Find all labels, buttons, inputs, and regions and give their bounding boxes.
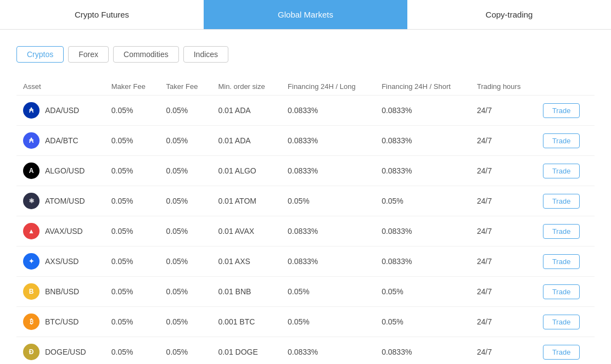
trading-hours-cell: 24/7: [470, 307, 536, 337]
trading-hours-cell: 24/7: [470, 96, 536, 126]
col-header-min-order: Min. order size: [211, 78, 281, 96]
taker-fee-cell: 0.05%: [160, 277, 212, 307]
maker-fee-cell: 0.05%: [105, 247, 160, 277]
trade-button[interactable]: Trade: [543, 315, 580, 329]
min-order-cell: 0.01 BNB: [211, 277, 281, 307]
col-header-action: [536, 78, 595, 96]
financing-long-cell: 0.05%: [281, 186, 375, 216]
financing-long-cell: 0.0833%: [281, 216, 375, 247]
asset-name: ADA/USD: [45, 106, 79, 115]
trading-hours-cell: 24/7: [470, 247, 536, 277]
maker-fee-cell: 0.05%: [105, 307, 160, 337]
asset-cell: ₳ ADA/USD: [16, 96, 105, 126]
taker-fee-cell: 0.05%: [160, 247, 212, 277]
min-order-cell: 0.01 ADA: [211, 96, 281, 126]
table-row: ⚛ ATOM/USD 0.05%0.05%0.01 ATOM0.05%0.05%…: [16, 186, 595, 216]
trading-hours-cell: 24/7: [470, 156, 536, 186]
col-header-asset: Asset: [16, 78, 105, 96]
asset-name: ADA/BTC: [45, 136, 79, 145]
min-order-cell: 0.001 BTC: [211, 307, 281, 337]
asset-icon: ₿: [23, 313, 40, 330]
asset-icon: B: [23, 283, 40, 300]
financing-short-cell: 0.0833%: [375, 156, 470, 186]
asset-name: ATOM/USD: [45, 197, 85, 205]
trade-button[interactable]: Trade: [543, 224, 580, 239]
financing-long-cell: 0.0833%: [281, 126, 375, 156]
action-cell: Trade: [536, 156, 595, 186]
min-order-cell: 0.01 ATOM: [211, 186, 281, 216]
trading-hours-cell: 24/7: [470, 277, 536, 307]
asset-icon: ₳: [23, 132, 40, 149]
min-order-cell: 0.01 ALGO: [211, 156, 281, 186]
asset-icon: ₳: [23, 102, 40, 119]
asset-name: ALGO/USD: [45, 166, 85, 175]
financing-long-cell: 0.0833%: [281, 247, 375, 277]
table-row: A ALGO/USD 0.05%0.05%0.01 ALGO0.0833%0.0…: [16, 156, 595, 186]
asset-cell: A ALGO/USD: [16, 156, 105, 186]
min-order-cell: 0.01 AXS: [211, 247, 281, 277]
nav-tab-crypto-futures[interactable]: Crypto Futures: [0, 0, 204, 29]
table-row: ▲ AVAX/USD 0.05%0.05%0.01 AVAX0.0833%0.0…: [16, 216, 595, 247]
trading-hours-cell: 24/7: [470, 337, 536, 365]
filter-tab-cryptos[interactable]: Cryptos: [16, 46, 64, 63]
nav-tab-global-markets[interactable]: Global Markets: [204, 0, 407, 29]
col-header-taker-fee: Taker Fee: [160, 78, 212, 96]
asset-cell: ⚛ ATOM/USD: [16, 186, 105, 216]
maker-fee-cell: 0.05%: [105, 96, 160, 126]
filter-tab-indices[interactable]: Indices: [183, 46, 228, 63]
filter-tab-forex[interactable]: Forex: [68, 46, 109, 63]
action-cell: Trade: [536, 337, 595, 365]
trade-button[interactable]: Trade: [543, 284, 580, 299]
maker-fee-cell: 0.05%: [105, 337, 160, 365]
maker-fee-cell: 0.05%: [105, 126, 160, 156]
asset-icon: Ð: [23, 344, 40, 360]
filter-tabs: CryptosForexCommoditiesIndices: [16, 46, 595, 63]
financing-long-cell: 0.05%: [281, 307, 375, 337]
asset-cell: ₿ BTC/USD: [16, 307, 105, 337]
asset-icon: ▲: [23, 223, 40, 239]
table-row: ₳ ADA/USD 0.05%0.05%0.01 ADA0.0833%0.083…: [16, 96, 595, 126]
min-order-cell: 0.01 DOGE: [211, 337, 281, 365]
table-row: ✦ AXS/USD 0.05%0.05%0.01 AXS0.0833%0.083…: [16, 247, 595, 277]
trade-button[interactable]: Trade: [543, 345, 580, 360]
trading-hours-cell: 24/7: [470, 126, 536, 156]
asset-cell: Ð DOGE/USD: [16, 337, 105, 365]
trade-button[interactable]: Trade: [543, 194, 580, 209]
financing-long-cell: 0.0833%: [281, 156, 375, 186]
asset-icon: A: [23, 163, 40, 179]
financing-short-cell: 0.0833%: [375, 247, 470, 277]
asset-cell: ₳ ADA/BTC: [16, 126, 105, 156]
asset-icon: ⚛: [23, 193, 40, 209]
asset-name: AXS/USD: [45, 257, 79, 266]
col-header-maker-fee: Maker Fee: [105, 78, 160, 96]
maker-fee-cell: 0.05%: [105, 156, 160, 186]
trade-button[interactable]: Trade: [543, 103, 580, 118]
trade-button[interactable]: Trade: [543, 254, 580, 269]
maker-fee-cell: 0.05%: [105, 216, 160, 247]
financing-short-cell: 0.05%: [375, 186, 470, 216]
taker-fee-cell: 0.05%: [160, 156, 212, 186]
asset-icon: ✦: [23, 253, 40, 270]
assets-table: AssetMaker FeeTaker FeeMin. order sizeFi…: [16, 78, 595, 364]
table-row: Ð DOGE/USD 0.05%0.05%0.01 DOGE0.0833%0.0…: [16, 337, 595, 365]
taker-fee-cell: 0.05%: [160, 337, 212, 365]
asset-name: AVAX/USD: [45, 227, 83, 236]
financing-short-cell: 0.0833%: [375, 216, 470, 247]
trade-button[interactable]: Trade: [543, 133, 580, 148]
asset-cell: ▲ AVAX/USD: [16, 216, 105, 247]
trade-button[interactable]: Trade: [543, 164, 580, 178]
maker-fee-cell: 0.05%: [105, 277, 160, 307]
action-cell: Trade: [536, 307, 595, 337]
top-nav: Crypto FuturesGlobal MarketsCopy-trading: [0, 0, 611, 30]
col-header-financing-long: Financing 24H / Long: [281, 78, 375, 96]
nav-tab-copy-trading[interactable]: Copy-trading: [407, 0, 611, 29]
taker-fee-cell: 0.05%: [160, 96, 212, 126]
filter-tab-commodities[interactable]: Commodities: [113, 46, 179, 63]
main-content: CryptosForexCommoditiesIndices AssetMake…: [0, 30, 611, 364]
maker-fee-cell: 0.05%: [105, 186, 160, 216]
col-header-financing-short: Financing 24H / Short: [375, 78, 470, 96]
financing-short-cell: 0.0833%: [375, 96, 470, 126]
trading-hours-cell: 24/7: [470, 186, 536, 216]
financing-long-cell: 0.0833%: [281, 337, 375, 365]
asset-name: BNB/USD: [45, 287, 79, 296]
